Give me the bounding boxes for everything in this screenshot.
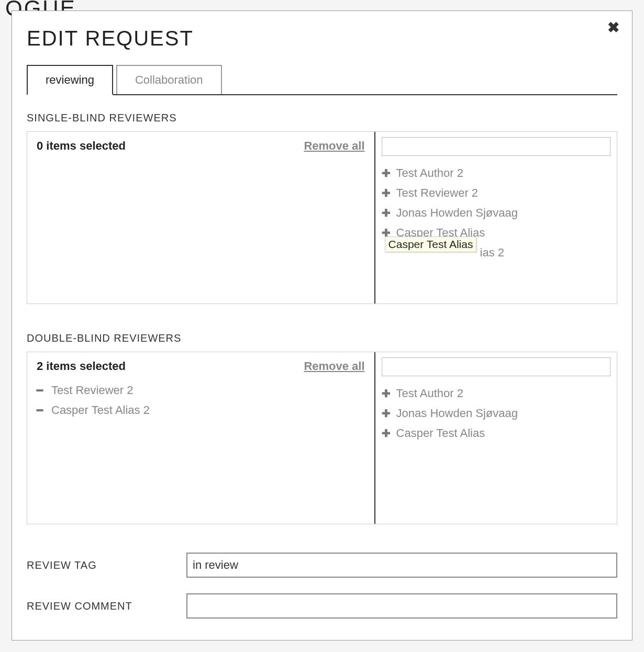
double-selected-count: 2 items selected: [37, 359, 126, 373]
single-selected-count: 0 items selected: [37, 139, 126, 153]
minus-icon: ━: [37, 384, 48, 397]
tab-reviewing[interactable]: reviewing: [27, 65, 113, 95]
double-selected-item[interactable]: ━ Test Reviewer 2: [37, 380, 365, 400]
plus-icon: ✚: [382, 387, 393, 400]
tab-collaboration[interactable]: Collaboration: [116, 65, 222, 94]
item-label: Casper Test Alias: [396, 426, 485, 440]
plus-icon: ✚: [382, 427, 393, 440]
double-selected-pane: 2 items selected Remove all ━ Test Revie…: [27, 352, 375, 524]
plus-icon: ✚: [382, 187, 393, 199]
single-blind-picker: 0 items selected Remove all ✚ Test Autho…: [27, 131, 617, 304]
review-tag-label: REVIEW TAG: [27, 559, 186, 571]
double-available-item[interactable]: ✚ Jonas Howden Sjøvaag: [382, 403, 610, 423]
item-label: Jonas Howden Sjøvaag: [396, 206, 518, 220]
single-available-item[interactable]: ✚ Test Reviewer 2: [382, 183, 610, 203]
edit-request-modal: ✖ EDIT REQUEST reviewing Collaboration S…: [12, 10, 632, 640]
double-selected-item[interactable]: ━ Casper Test Alias 2: [37, 400, 365, 420]
plus-icon: ✚: [382, 167, 393, 179]
double-remove-all[interactable]: Remove all: [304, 359, 364, 373]
item-label: Test Reviewer 2: [396, 186, 479, 200]
double-available-pane: ✚ Test Author 2 ✚ Jonas Howden Sjøvaag ✚…: [375, 352, 617, 524]
single-remove-all[interactable]: Remove all: [304, 139, 364, 153]
single-selected-pane: 0 items selected Remove all: [27, 132, 375, 303]
minus-icon: ━: [37, 404, 48, 417]
review-comment-input[interactable]: [186, 593, 617, 619]
single-blind-label: SINGLE-BLIND REVIEWERS: [27, 112, 617, 124]
tabs: reviewing Collaboration: [27, 65, 617, 95]
review-comment-row: REVIEW COMMENT: [27, 593, 617, 619]
single-available-item[interactable]: ✚ Test Author 2: [382, 163, 610, 183]
item-label: Casper Test Alias 2: [51, 403, 150, 417]
item-label: Test Author 2: [396, 387, 463, 400]
double-blind-label: DOUBLE-BLIND REVIEWERS: [27, 332, 617, 344]
review-tag-input[interactable]: [186, 553, 617, 578]
single-available-pane: ✚ Test Author 2 ✚ Test Reviewer 2 ✚ Jona…: [375, 132, 617, 303]
item-label: Test Author 2: [396, 166, 463, 180]
tooltip: Casper Test Alias: [385, 237, 477, 252]
item-label: Test Reviewer 2: [51, 384, 134, 397]
single-filter-input[interactable]: [382, 137, 610, 156]
plus-icon: ✚: [382, 407, 393, 420]
item-label: Jonas Howden Sjøvaag: [396, 407, 518, 420]
double-available-item[interactable]: ✚ Test Author 2: [382, 384, 610, 403]
single-available-item[interactable]: ✚ Jonas Howden Sjøvaag: [382, 203, 610, 223]
item-label-partial: ias 2: [480, 246, 504, 260]
modal-title: EDIT REQUEST: [27, 27, 617, 50]
review-tag-row: REVIEW TAG: [27, 553, 617, 578]
double-blind-picker: 2 items selected Remove all ━ Test Revie…: [27, 352, 617, 524]
plus-icon: ✚: [382, 207, 393, 219]
double-filter-input[interactable]: [382, 357, 610, 376]
close-icon[interactable]: ✖: [607, 20, 619, 35]
review-comment-label: REVIEW COMMENT: [27, 600, 186, 612]
single-available-item[interactable]: ✚ Casper Test Alias Casper Test Alias: [382, 223, 610, 243]
double-available-item[interactable]: ✚ Casper Test Alias: [382, 423, 610, 443]
